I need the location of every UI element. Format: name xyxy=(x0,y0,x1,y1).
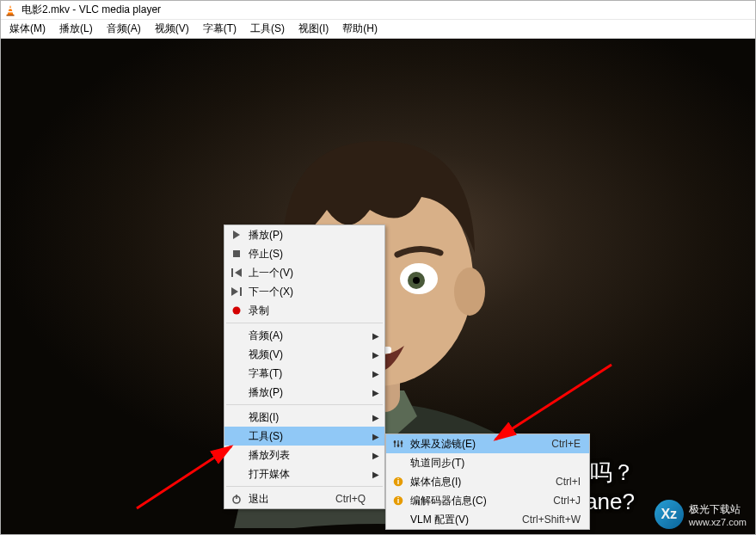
submenu-arrow-icon: ▶ xyxy=(372,369,379,378)
menu-media[interactable]: 媒体(M) xyxy=(3,20,52,38)
ctx-audio-label: 音频(A) xyxy=(249,329,366,343)
ctx-record[interactable]: 录制 xyxy=(224,301,384,320)
ctx-next[interactable]: 下一个(X) xyxy=(224,282,384,301)
ctx-playback[interactable]: 播放(P) ▶ xyxy=(224,383,384,402)
svg-text:i: i xyxy=(397,496,400,505)
ctx-stop-label: 停止(S) xyxy=(249,247,366,261)
ctx-prev-label: 上一个(V) xyxy=(249,266,366,280)
menu-view[interactable]: 视图(I) xyxy=(292,20,335,38)
svg-marker-15 xyxy=(233,231,240,239)
ctx-view-label: 视图(I) xyxy=(249,410,366,425)
watermark-url: www.xz7.com xyxy=(689,517,747,527)
submenu-arrow-icon: ▶ xyxy=(372,331,379,341)
ctx-prev[interactable]: 上一个(V) xyxy=(224,263,384,282)
svg-point-27 xyxy=(394,441,396,444)
sliders-icon xyxy=(391,437,405,451)
ctx-play[interactable]: 播放(P) xyxy=(224,225,384,244)
ctx-playback-label: 播放(P) xyxy=(249,385,366,400)
sub-codec-info-label: 编解码器信息(C) xyxy=(410,494,553,508)
menu-audio[interactable]: 音频(A) xyxy=(100,20,148,38)
sub-codec-info-shortcut: Ctrl+J xyxy=(553,495,581,507)
ctx-subtitle-label: 字幕(T) xyxy=(249,366,366,381)
ctx-quit-label: 退出 xyxy=(249,492,335,507)
watermark-icon: Xz xyxy=(655,500,684,529)
sub-vlm-config[interactable]: VLM 配置(V) Ctrl+Shift+W xyxy=(386,510,589,529)
context-menu: 播放(P) 停止(S) 上一个(V) 下一个(X) 录制 音频(A) ▶ 视频(… xyxy=(224,224,385,509)
sub-effects-filters[interactable]: 效果及滤镜(E) Ctrl+E xyxy=(386,434,589,453)
svg-point-21 xyxy=(233,307,241,315)
ctx-play-label: 播放(P) xyxy=(249,228,366,243)
sub-effects-label: 效果及滤镜(E) xyxy=(410,437,551,452)
stop-icon xyxy=(230,247,243,261)
info-icon: i xyxy=(391,494,405,507)
sub-media-info-label: 媒体信息(I) xyxy=(410,475,556,489)
ctx-tools-label: 工具(S) xyxy=(249,429,366,444)
quit-icon xyxy=(230,492,243,506)
skip-next-icon xyxy=(230,285,243,298)
svg-marker-18 xyxy=(235,268,242,277)
submenu-arrow-icon: ▶ xyxy=(372,451,379,460)
svg-rect-3 xyxy=(7,15,15,16)
vlc-cone-icon xyxy=(4,4,16,16)
ctx-stop[interactable]: 停止(S) xyxy=(224,244,384,263)
ctx-separator-3 xyxy=(226,486,383,487)
sub-track-sync[interactable]: 轨道同步(T) xyxy=(386,453,589,472)
menu-playback[interactable]: 播放(L) xyxy=(52,20,100,38)
menu-video[interactable]: 视频(V) xyxy=(148,20,196,38)
sub-effects-shortcut: Ctrl+E xyxy=(551,438,581,450)
ctx-quit-shortcut: Ctrl+Q xyxy=(335,493,366,505)
ctx-audio[interactable]: 音频(A) ▶ xyxy=(224,326,384,345)
ctx-subtitle[interactable]: 字幕(T) ▶ xyxy=(224,364,384,383)
sub-media-info-shortcut: Ctrl+I xyxy=(556,476,581,488)
sub-media-info[interactable]: i 媒体信息(I) Ctrl+I xyxy=(386,472,589,491)
ctx-separator-1 xyxy=(226,323,383,323)
submenu-arrow-icon: ▶ xyxy=(372,388,379,397)
svg-rect-1 xyxy=(8,8,13,9)
ctx-view[interactable]: 视图(I) ▶ xyxy=(224,408,384,427)
ctx-open-media[interactable]: 打开媒体 ▶ xyxy=(224,464,384,483)
watermark-name: 极光下载站 xyxy=(689,502,747,517)
ctx-playlist-label: 播放列表 xyxy=(249,448,366,463)
submenu-arrow-icon: ▶ xyxy=(372,470,379,479)
sub-vlm-config-label: VLM 配置(V) xyxy=(410,513,522,527)
ctx-video[interactable]: 视频(V) ▶ xyxy=(224,345,384,364)
record-icon xyxy=(230,304,243,317)
svg-rect-17 xyxy=(231,268,233,277)
ctx-playlist[interactable]: 播放列表 ▶ xyxy=(224,446,384,464)
skip-previous-icon xyxy=(230,266,243,280)
ctx-video-label: 视频(V) xyxy=(249,347,366,362)
sub-codec-info[interactable]: i 编解码器信息(C) Ctrl+J xyxy=(386,491,589,510)
watermark: Xz 极光下载站 www.xz7.com xyxy=(655,500,747,529)
info-icon: i xyxy=(391,475,405,489)
ctx-quit[interactable]: 退出 Ctrl+Q xyxy=(224,489,384,508)
menu-subtitle[interactable]: 字幕(T) xyxy=(196,20,243,38)
svg-point-7 xyxy=(454,268,485,316)
submenu-tools: 效果及滤镜(E) Ctrl+E 轨道同步(T) i 媒体信息(I) Ctrl+I… xyxy=(385,434,590,530)
submenu-arrow-icon: ▶ xyxy=(372,413,379,422)
play-icon xyxy=(230,228,243,242)
menu-help[interactable]: 帮助(H) xyxy=(335,20,384,38)
svg-point-13 xyxy=(413,277,420,284)
ctx-tools[interactable]: 工具(S) ▶ xyxy=(224,427,384,446)
ctx-separator-2 xyxy=(226,404,383,405)
ctx-open-media-label: 打开媒体 xyxy=(249,467,366,482)
svg-rect-2 xyxy=(8,11,14,12)
submenu-arrow-icon: ▶ xyxy=(372,350,379,360)
svg-marker-19 xyxy=(231,287,238,296)
ctx-record-label: 录制 xyxy=(249,304,366,318)
ctx-next-label: 下一个(X) xyxy=(249,285,366,299)
svg-rect-20 xyxy=(240,287,242,296)
menu-tools[interactable]: 工具(S) xyxy=(243,20,292,38)
submenu-arrow-icon: ▶ xyxy=(372,432,379,441)
svg-marker-0 xyxy=(8,5,14,15)
svg-point-28 xyxy=(397,445,400,447)
window-title: 电影2.mkv - VLC media player xyxy=(22,3,161,17)
svg-rect-16 xyxy=(233,250,240,257)
svg-point-29 xyxy=(401,442,403,445)
sub-track-sync-label: 轨道同步(T) xyxy=(410,456,581,470)
menubar: 媒体(M) 播放(L) 音频(A) 视频(V) 字幕(T) 工具(S) 视图(I… xyxy=(1,20,755,39)
svg-text:i: i xyxy=(397,477,400,486)
titlebar: 电影2.mkv - VLC media player xyxy=(1,1,755,20)
sub-vlm-config-shortcut: Ctrl+Shift+W xyxy=(522,513,581,526)
